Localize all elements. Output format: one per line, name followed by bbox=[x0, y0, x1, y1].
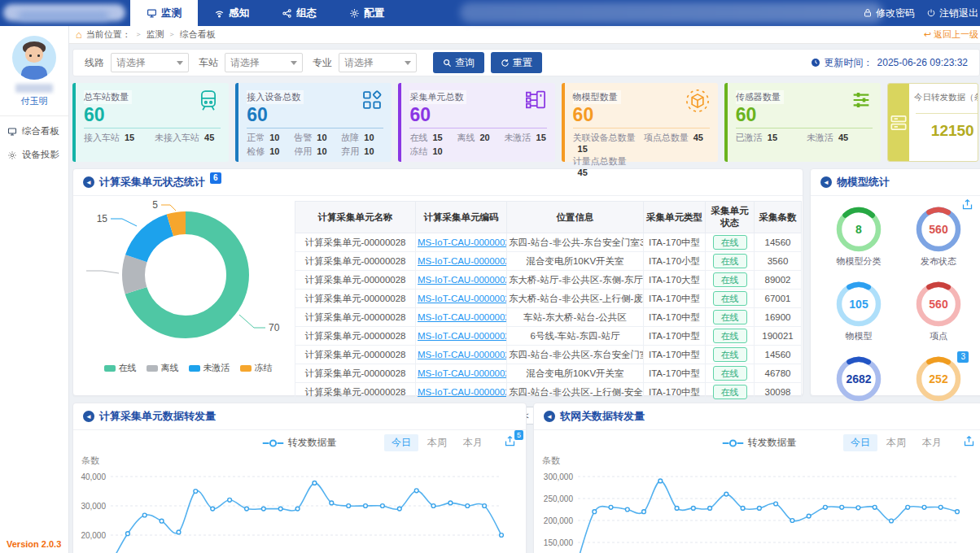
gateway-forward-title: ◄ 软网关数据转发量 bbox=[534, 403, 980, 430]
legend-item[interactable]: 离线 bbox=[147, 362, 179, 374]
stat-card-value: 60 bbox=[84, 104, 132, 125]
search-button[interactable]: 查询 bbox=[433, 52, 484, 73]
ring-value: 560 bbox=[915, 281, 962, 328]
svg-text:20,000: 20,000 bbox=[81, 531, 106, 540]
stat-item: 正常10 bbox=[247, 132, 289, 144]
export-icon[interactable] bbox=[963, 435, 975, 447]
tab-week[interactable]: 本周 bbox=[420, 434, 454, 451]
legend-item[interactable]: 未激活 bbox=[189, 362, 230, 374]
series-legend[interactable]: 转发数据量 bbox=[263, 436, 337, 450]
nav-right: 修改密码 注销退出 bbox=[863, 0, 980, 26]
stat-item: 项点总数量45 bbox=[644, 132, 710, 154]
back-link[interactable]: ↩ 返回上一级 bbox=[924, 28, 978, 41]
export-icon[interactable] bbox=[961, 198, 973, 211]
forward-server-icon bbox=[888, 84, 909, 161]
status-badge: 在线 bbox=[713, 291, 747, 306]
update-time: 更新时间：2025-06-26 09:23:32 bbox=[811, 56, 971, 70]
count-badge: 5 bbox=[514, 430, 523, 440]
forward-card-title: 今日转发数据（条） bbox=[914, 92, 978, 103]
svg-text:150,000: 150,000 bbox=[544, 538, 574, 547]
line-select[interactable]: 请选择 bbox=[111, 53, 189, 72]
avatar[interactable] bbox=[12, 36, 56, 80]
model-panel-title: ◄ 物模型统计 bbox=[811, 169, 980, 196]
bottom-row: ◄ 计算采集单元数据转发量 转发数据量 今日 本周 本月 bbox=[72, 403, 980, 553]
ring-stat: 8 物模型分类 bbox=[835, 206, 882, 268]
status-badge: 在线 bbox=[713, 385, 747, 399]
table-row: 计算采集单元-00000028MS-IoT-CAU-000000286号线-车站… bbox=[295, 327, 802, 346]
table-row: 计算采集单元-00000028MS-IoT-CAU-00000028混合变电所1… bbox=[295, 252, 802, 271]
status-badge: 在线 bbox=[713, 235, 747, 250]
cau-code-link[interactable]: MS-IoT-CAU-00000028 bbox=[418, 294, 507, 303]
cau-code-link[interactable]: MS-IoT-CAU-00000028 bbox=[418, 275, 507, 285]
status-badge: 在线 bbox=[713, 254, 747, 268]
export-icon[interactable]: 5 bbox=[504, 435, 516, 447]
nav-item-2[interactable]: 组态 bbox=[265, 0, 333, 26]
filter-bar: 线路 请选择 车站 请选择 专业 请选择 查询 重置 更新时间：2025-06-… bbox=[72, 49, 980, 76]
tab-today[interactable]: 今日 bbox=[384, 434, 418, 451]
status-badge: 在线 bbox=[713, 366, 747, 381]
legend-item[interactable]: 冻结 bbox=[240, 362, 273, 374]
model-stats-panel: ◄ 物模型统计 8 物模型分类 560 发布状态 105 bbox=[810, 168, 980, 396]
ring-label: 项点 bbox=[930, 330, 947, 342]
stat-card-value: 60 bbox=[736, 104, 784, 125]
sidebar-item-projection[interactable]: 设备投影 bbox=[0, 143, 68, 167]
tab-today[interactable]: 今日 bbox=[843, 434, 877, 451]
stat-item: 告警10 bbox=[294, 132, 336, 144]
logout-link[interactable]: 注销退出 bbox=[926, 7, 978, 20]
stat-item: 已激活15 bbox=[736, 132, 802, 144]
cau-code-link[interactable]: MS-IoT-CAU-00000028 bbox=[418, 256, 507, 266]
svg-text:300,000: 300,000 bbox=[544, 472, 574, 481]
table-row: 计算采集单元-00000028MS-IoT-CAU-00000028东大桥-站台… bbox=[295, 290, 802, 308]
cau-status-panel: ◄ 计算采集单元状态统计 6 70155 在线离线未激活冻结 计算采集单元名称 bbox=[72, 168, 803, 396]
status-badge: 在线 bbox=[713, 329, 747, 343]
series-legend[interactable]: 转发数据量 bbox=[723, 436, 797, 450]
legend-item[interactable]: 在线 bbox=[104, 362, 137, 374]
cau-code-link[interactable]: MS-IoT-CAU-00000028 bbox=[418, 350, 507, 359]
cau-table: 计算采集单元名称计算采集单元编码位置信息采集单元类型采集单元状态采集条数 计算采… bbox=[295, 201, 802, 402]
change-password-link[interactable]: 修改密码 bbox=[863, 7, 915, 20]
cau-code-link[interactable]: MS-IoT-CAU-00000028 bbox=[418, 368, 507, 378]
cau-code-link[interactable]: MS-IoT-CAU-00000028 bbox=[418, 237, 507, 247]
cau-code-link[interactable]: MS-IoT-CAU-00000028 bbox=[418, 387, 507, 397]
content: 线路 请选择 车站 请选择 专业 请选择 查询 重置 更新时间：2025-06-… bbox=[69, 44, 980, 553]
tab-month[interactable]: 本月 bbox=[915, 434, 949, 451]
station-select[interactable]: 请选择 bbox=[225, 53, 303, 72]
username: 付玉明 bbox=[0, 95, 68, 107]
tab-month[interactable]: 本月 bbox=[456, 434, 490, 451]
chevron-down-icon bbox=[405, 61, 411, 65]
stat-item: 关联设备总数量15 bbox=[573, 132, 639, 154]
table-column: 计算采集单元名称计算采集单元编码位置信息采集单元类型采集单元状态采集条数 计算采… bbox=[295, 198, 802, 425]
stat-item: 冻结10 bbox=[409, 146, 452, 158]
reset-button[interactable]: 重置 bbox=[491, 52, 542, 73]
stat-card: 物模型数量 60 关联设备总数量15项点总数量45计量点总数量45 bbox=[562, 83, 718, 162]
breadcrumb-item[interactable]: 监测 bbox=[147, 28, 164, 41]
count-badge: 6 bbox=[210, 172, 221, 184]
column-header: 位置信息 bbox=[507, 202, 644, 233]
stat-card-title: 总车站数量 bbox=[84, 90, 132, 104]
stat-card: 接入设备总数 60 正常10告警10故障10检修10停用10弃用10 bbox=[235, 83, 392, 162]
status-badge: 在线 bbox=[713, 347, 747, 362]
nav-item-0[interactable]: 监测 bbox=[130, 0, 198, 26]
breadcrumb-item[interactable]: 综合看板 bbox=[180, 28, 216, 41]
range-tabs: 今日 本周 本月 bbox=[384, 434, 490, 451]
tab-week[interactable]: 本周 bbox=[879, 434, 913, 451]
ring-label: 物模型 bbox=[846, 330, 873, 342]
table-row: 计算采集单元-00000028MS-IoT-CAU-00000028混合变电所1… bbox=[295, 364, 802, 383]
svg-text:5: 5 bbox=[152, 199, 158, 211]
stat-card-value: 60 bbox=[573, 104, 621, 125]
status-badge: 在线 bbox=[713, 272, 747, 287]
sidebar-item-dashboard[interactable]: 综合看板 bbox=[0, 120, 68, 143]
cau-code-link[interactable]: MS-IoT-CAU-00000028 bbox=[418, 312, 507, 322]
specialty-select[interactable]: 请选择 bbox=[339, 53, 417, 72]
svg-text:30,000: 30,000 bbox=[81, 502, 106, 511]
nav-item-1[interactable]: 感知 bbox=[198, 0, 265, 26]
stat-item: 未激活15 bbox=[505, 132, 547, 144]
table-row: 计算采集单元-00000028MS-IoT-CAU-00000028车站-东大桥… bbox=[295, 308, 802, 327]
lock-icon bbox=[863, 8, 873, 18]
nav-item-3[interactable]: 配置 bbox=[333, 0, 400, 26]
svg-text:250,000: 250,000 bbox=[544, 494, 574, 503]
search-icon bbox=[443, 59, 452, 67]
cau-code-link[interactable]: MS-IoT-CAU-00000028 bbox=[418, 331, 507, 341]
home-icon[interactable]: ⌂ bbox=[76, 29, 82, 40]
stat-item: 停用10 bbox=[294, 146, 336, 158]
